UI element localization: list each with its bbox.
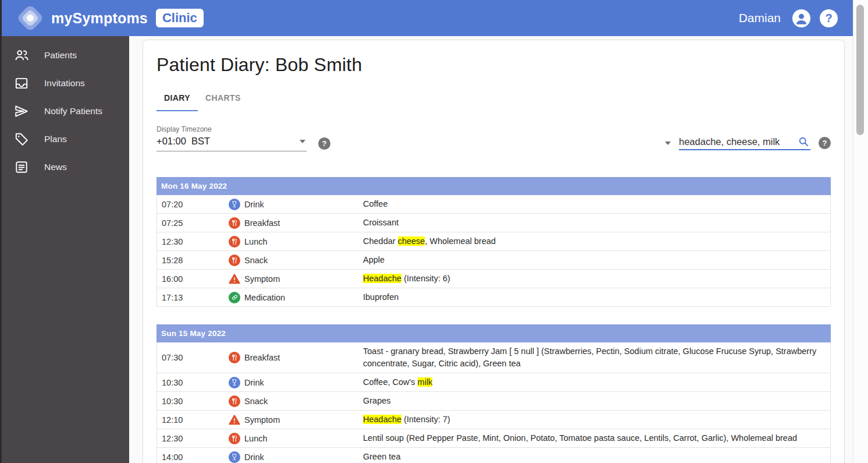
brand-badge: Clinic: [156, 9, 204, 27]
tab-charts[interactable]: CHARTS: [198, 87, 248, 111]
entry-description: Headache (Intensity: 6): [363, 273, 830, 285]
entry-category: Lunch: [229, 236, 363, 248]
diary-entry-row[interactable]: 10:30 Snack Grapes: [157, 392, 830, 411]
diary-entry-row[interactable]: 14:00 Drink Green tea: [157, 448, 830, 463]
description-text: (Intensity: 6): [401, 274, 450, 283]
diary-date: Sun 15 May 2022: [161, 329, 226, 338]
entry-time: 12:10: [157, 415, 229, 425]
diary-entry-row[interactable]: 16:00 Symptom Headache (Intensity: 6): [157, 270, 830, 288]
entry-description: Headache (Intensity: 7): [363, 413, 830, 426]
entry-category-label: Breakfast: [244, 218, 280, 228]
sidebar: Patients Invitations Notify Patients: [0, 36, 129, 463]
warning-icon: [229, 273, 240, 285]
search-highlight: Headache: [363, 274, 401, 283]
sidebar-item-patients[interactable]: Patients: [0, 41, 129, 69]
top-header: mySymptoms Clinic Damian ?: [0, 0, 853, 36]
entry-category-label: Snack: [244, 256, 268, 265]
search-highlight: Headache: [363, 415, 401, 424]
timezone-select[interactable]: +01:00 BST: [156, 133, 307, 151]
help-button[interactable]: ?: [820, 9, 838, 27]
brand[interactable]: mySymptoms Clinic: [17, 5, 204, 31]
news-icon: [14, 160, 29, 175]
sidebar-item-plans[interactable]: Plans: [0, 125, 129, 153]
entry-category: Snack: [229, 395, 363, 407]
entry-description: Apple: [363, 254, 830, 266]
diary-entry-row[interactable]: 07:25 Breakfast Croissant: [157, 214, 830, 232]
avatar-icon: [794, 10, 809, 26]
window-edge-strip: [0, 0, 2, 463]
warning-icon: [229, 414, 240, 426]
entry-description: Toast - granary bread, Strawberry Jam [ …: [363, 345, 830, 370]
search-input[interactable]: [679, 136, 796, 147]
diary-entry-row[interactable]: 12:30 Lunch Cheddar cheese, Wholemeal br…: [157, 232, 830, 251]
entry-category-label: Drink: [244, 378, 264, 387]
sidebar-item-label: Notify Patients: [44, 106, 102, 116]
diary-entry-row[interactable]: 15:28 Snack Apple: [157, 251, 830, 270]
page-scrollbar[interactable]: [853, 0, 868, 463]
diary-day-section: Sun 15 May 2022 07:30 Breakfast Toast - …: [156, 324, 831, 463]
app-viewport: mySymptoms Clinic Damian ?: [0, 0, 868, 463]
question-mark-icon: ?: [823, 139, 827, 147]
entry-category-label: Breakfast: [244, 353, 280, 362]
entry-description: Grapes: [363, 395, 830, 407]
diary-date: Mon 16 May 2022: [161, 182, 227, 190]
description-text: Apple: [363, 255, 385, 264]
main-area: Patient Diary: Bob Smith DIARY CHARTS Di…: [129, 36, 853, 463]
tab-diary[interactable]: DIARY: [156, 87, 198, 111]
sidebar-item-label: News: [44, 162, 67, 172]
entry-category-label: Symptom: [244, 415, 280, 425]
description-text: Coffee, Cow's: [363, 377, 418, 387]
description-text: Croissant: [363, 218, 399, 227]
meal-icon: [229, 217, 240, 229]
drink-icon: [229, 377, 240, 388]
diary-entry-row[interactable]: 12:10 Symptom Headache (Intensity: 7): [157, 411, 830, 429]
account-button[interactable]: [792, 9, 810, 27]
diary-entry-row[interactable]: 07:30 Breakfast Toast - granary bread, S…: [157, 342, 830, 373]
search-row: ?: [665, 136, 831, 151]
entry-time: 12:30: [157, 434, 229, 443]
sidebar-item-news[interactable]: News: [0, 153, 129, 181]
sidebar-item-invitations[interactable]: Invitations: [0, 69, 129, 97]
description-text: Lentil soup (Red Pepper Paste, Mint, Oni…: [363, 433, 797, 443]
sidebar-item-notify-patients[interactable]: Notify Patients: [0, 97, 129, 125]
chevron-down-icon: [300, 140, 305, 143]
entry-category-label: Drink: [244, 453, 264, 462]
brand-name: mySymptoms: [51, 10, 148, 27]
meal-icon: [229, 352, 240, 363]
search-button[interactable]: [796, 136, 810, 147]
entry-description: Coffee, Cow's milk: [363, 376, 830, 388]
entry-time: 10:30: [157, 397, 229, 406]
diary-entry-row[interactable]: 07:20 Drink Coffee: [157, 195, 830, 214]
entry-category-label: Drink: [244, 200, 264, 209]
entry-description: Ibuprofen: [363, 291, 830, 303]
diary-entry-row[interactable]: 12:30 Lunch Lentil soup (Red Pepper Past…: [157, 429, 830, 448]
entry-category: Symptom: [229, 414, 363, 426]
timezone-help-button[interactable]: ?: [318, 137, 330, 150]
sidebar-item-label: Invitations: [44, 78, 85, 89]
entry-time: 16:00: [157, 274, 229, 284]
drink-icon: [229, 199, 240, 210]
scrollbar-thumb[interactable]: [856, 5, 864, 135]
entry-description: Cheddar cheese, Wholemeal bread: [363, 235, 830, 248]
send-icon: [14, 104, 29, 119]
diary-entry-row[interactable]: 10:30 Drink Coffee, Cow's milk: [157, 373, 830, 392]
diary-rows: 07:20 Drink Coffee 07:25 Breakfast Crois…: [156, 195, 831, 307]
drink-icon: [229, 451, 240, 463]
timezone-value: +01:00 BST: [156, 136, 210, 147]
timezone-label: Display Timezone: [156, 125, 307, 133]
app-logo-icon: [17, 5, 43, 31]
inbox-icon: [14, 76, 29, 91]
diary-date-header: Sun 15 May 2022: [156, 324, 831, 342]
entry-category: Symptom: [229, 273, 363, 285]
entry-time: 14:00: [157, 453, 229, 462]
diary-entry-row[interactable]: 17:13 Medication Ibuprofen: [157, 288, 830, 307]
entry-category: Breakfast: [229, 217, 363, 229]
search-help-button[interactable]: ?: [819, 137, 831, 149]
diary-day-section: Mon 16 May 2022 07:20 Drink Coffee 07:25…: [156, 177, 831, 307]
controls-row: Display Timezone +01:00 BST ?: [156, 125, 831, 151]
patient-diary-card: Patient Diary: Bob Smith DIARY CHARTS Di…: [143, 40, 845, 463]
search-options-dropdown-icon[interactable]: [665, 142, 671, 145]
entry-category-label: Snack: [244, 397, 268, 406]
app-window: mySymptoms Clinic Damian ?: [0, 0, 853, 463]
description-text: , Wholemeal bread: [425, 236, 496, 246]
